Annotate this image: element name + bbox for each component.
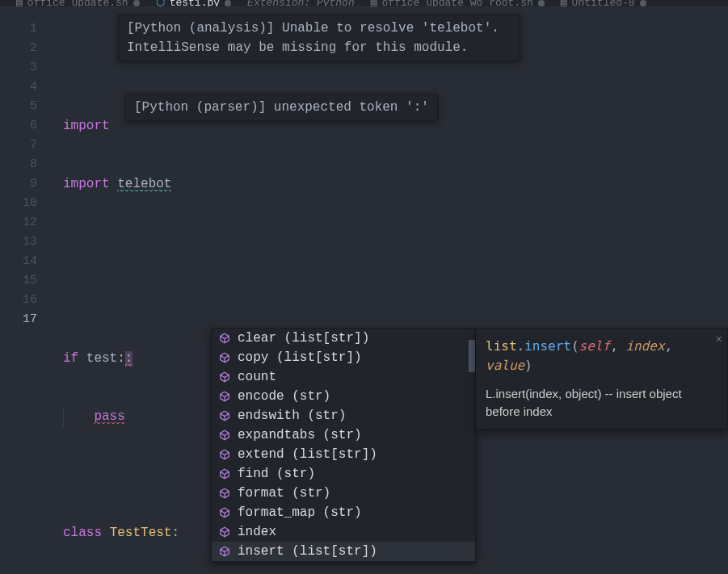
file-icon: ▤ <box>561 0 567 6</box>
keyword-import: import <box>63 119 110 133</box>
hover-text: [Python (parser)] unexpected token ':' <box>134 100 429 115</box>
suggest-item[interactable]: format_map (str) <box>212 503 475 522</box>
colon: : <box>171 526 179 540</box>
condition: test: <box>86 351 125 366</box>
class-name: TestTest <box>110 526 172 540</box>
autocomplete-documentation: × list.insert(self, index, value) L.inse… <box>476 328 728 429</box>
suggest-item-label: insert (list[str]) <box>238 542 377 561</box>
tab-label: Extension: Python <box>247 0 355 6</box>
suggest-item[interactable]: encode (str) <box>212 387 475 406</box>
line-number: 12 <box>0 213 48 233</box>
doc-description: L.insert(index, object) -- insert object… <box>486 385 717 421</box>
code-line[interactable]: import telebot <box>63 174 728 194</box>
dirty-dot-icon <box>538 0 545 6</box>
scrollbar-thumb[interactable] <box>469 340 475 372</box>
hover-diagnostic-parser: [Python (parser)] unexpected token ':' <box>125 94 438 121</box>
suggest-item[interactable]: insert (list[str]) <box>212 542 475 561</box>
method-icon <box>218 332 231 345</box>
method-icon <box>218 351 231 364</box>
suggest-item[interactable]: expandtabs (str) <box>212 425 475 445</box>
tab-extension-python[interactable]: Extension: Python <box>239 0 363 6</box>
tab-untitled-8[interactable]: ▤ Untitled-8 <box>553 0 654 6</box>
suggest-item[interactable]: index <box>212 522 475 542</box>
method-icon <box>218 487 231 500</box>
line-number: 10 <box>0 194 48 213</box>
suggest-item[interactable]: endswith (str) <box>212 406 475 425</box>
editor-tabs: ▤ office_update.sh ⬡ test1.py Extension:… <box>0 0 728 6</box>
suggest-item[interactable]: find (str) <box>212 464 475 484</box>
line-number: 14 <box>0 252 48 271</box>
line-number: 7 <box>0 136 48 155</box>
close-icon[interactable]: × <box>716 330 722 350</box>
keyword-class: class <box>63 526 102 540</box>
suggest-item-label: format_map (str) <box>238 503 362 522</box>
method-icon <box>218 506 231 519</box>
sig-class: list <box>486 338 517 354</box>
suggest-item-label: index <box>238 522 276 542</box>
dirty-dot-icon <box>133 0 140 6</box>
code-editor[interactable]: 1 2 3 4 5 6 7 8 9 10 12 13 14 15 16 17 i… <box>0 6 728 574</box>
keyword-if: if <box>63 351 78 366</box>
sig-comma: , <box>665 338 673 354</box>
method-icon <box>218 526 231 538</box>
line-number: 3 <box>0 58 48 78</box>
method-icon <box>218 409 231 422</box>
sig-close: ) <box>524 358 532 373</box>
suggest-item-label: endswith (str) <box>238 406 346 425</box>
module-telebot: telebot <box>117 177 171 192</box>
suggest-item-label: format (str) <box>238 484 330 503</box>
tab-office-update[interactable]: ▤ office_update.sh <box>8 0 148 6</box>
line-number-gutter: 1 2 3 4 5 6 7 8 9 10 12 13 14 15 16 17 <box>0 6 48 329</box>
sig-arg: value <box>486 358 524 373</box>
tab-office-update-wo-root[interactable]: ▤ office_update_wo_root.sh <box>363 0 553 6</box>
method-icon <box>218 371 231 383</box>
suggest-item-label: extend (list[str]) <box>238 445 377 464</box>
line-number: 15 <box>0 271 48 291</box>
line-number: 1 <box>0 19 48 39</box>
suggest-item[interactable]: count <box>212 367 475 387</box>
line-number: 5 <box>0 97 48 116</box>
suggest-item[interactable]: extend (list[str]) <box>212 445 475 464</box>
hover-diagnostic-analysis: [Python (analysis)] Unable to resolve 't… <box>118 15 520 61</box>
suggest-item[interactable]: copy (list[str]) <box>212 348 475 367</box>
tab-label: test1.py <box>170 0 220 6</box>
method-icon <box>218 545 231 558</box>
suggest-item-label: count <box>238 367 276 387</box>
keyword-pass: pass <box>94 409 124 425</box>
method-icon <box>218 390 231 403</box>
line-number: 13 <box>0 233 48 252</box>
suggest-item[interactable]: format (str) <box>212 484 475 503</box>
sig-dot: . <box>517 338 525 354</box>
file-icon: ▤ <box>16 0 23 6</box>
python-file-icon: ⬡ <box>156 0 165 6</box>
line-number: 8 <box>0 155 48 174</box>
tab-label: Untitled-8 <box>572 0 635 6</box>
method-icon <box>218 429 231 442</box>
code-line[interactable] <box>63 291 728 310</box>
line-number: 16 <box>0 291 48 310</box>
file-icon: ▤ <box>371 0 377 6</box>
autocomplete-list[interactable]: clear (list[str])copy (list[str])counten… <box>211 328 476 562</box>
sig-arg: index <box>625 338 664 354</box>
sig-self: self <box>579 338 611 354</box>
sig-open: ( <box>571 338 579 354</box>
tab-label: office_update.sh <box>27 0 128 6</box>
line-number: 6 <box>0 116 48 136</box>
signature: list.insert(self, index, value) <box>486 337 717 375</box>
line-number: 17 <box>0 310 48 329</box>
line-number: 2 <box>0 39 48 58</box>
sig-function: insert <box>524 338 571 354</box>
code-line[interactable] <box>63 233 728 252</box>
method-icon <box>218 467 231 480</box>
hover-text: [Python (analysis)] Unable to resolve 't… <box>127 21 499 55</box>
line-number: 4 <box>0 78 48 97</box>
suggest-item-label: copy (list[str]) <box>238 348 362 367</box>
suggest-item[interactable]: clear (list[str]) <box>212 329 475 348</box>
suggest-item-label: encode (str) <box>238 387 330 406</box>
line-number: 9 <box>0 174 48 194</box>
tab-label: office_update_wo_root.sh <box>382 0 533 6</box>
suggest-item-label: find (str) <box>238 464 315 484</box>
tab-test1-py[interactable]: ⬡ test1.py <box>148 0 239 6</box>
sig-comma: , <box>610 338 625 354</box>
keyword-import: import <box>63 177 110 191</box>
